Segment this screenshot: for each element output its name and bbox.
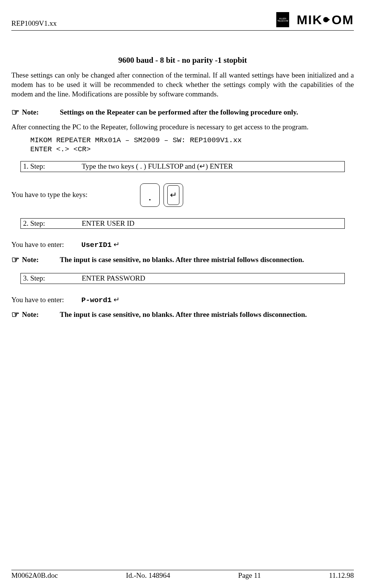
step-1-box: 1. Step: Type the two keys ( . ) FULLSTO… — [20, 161, 345, 172]
pointing-hand-icon: ☞ — [11, 310, 20, 319]
enter-label-1: You have to enter: — [11, 240, 81, 250]
enter-key-icon: ↵ — [163, 183, 183, 207]
note-label-2: ☞ Note: — [11, 255, 60, 265]
step-1-label: 1. Step: — [23, 162, 82, 171]
mikom-logo: MIKOM — [297, 11, 354, 28]
logo-bullet-icon — [323, 17, 329, 22]
note-label: ☞ Note: — [11, 108, 60, 117]
allen-telecom-icon: ALLEN TELECOM — [276, 12, 289, 27]
after-connecting-text: After connecting the PC to the Repeater,… — [11, 123, 354, 132]
enter-password-row: You have to enter: P-word1 ↵ — [11, 295, 354, 305]
enter-label-2: You have to enter: — [11, 295, 81, 305]
type-keys-text: You have to type the keys: — [11, 190, 140, 200]
note-label-3: ☞ Note: — [11, 310, 60, 320]
footer-id: Id.-No. 148964 — [126, 571, 170, 580]
keys-container: . ↵ — [140, 183, 183, 207]
serial-settings-title: 9600 baud - 8 bit - no parity -1 stopbit — [11, 55, 354, 65]
step-3-box: 3. Step: ENTER PASSWORD — [20, 273, 345, 284]
doc-ref: REP1009V1.xx — [11, 11, 57, 28]
step-3-label: 3. Step: — [23, 274, 82, 283]
enter-userid-row: You have to enter: UserID1 ↵ — [11, 240, 354, 250]
page-content: 9600 baud - 8 bit - no parity -1 stopbit… — [11, 34, 354, 320]
note-1-text: Settings on the Repeater can be performe… — [60, 108, 354, 117]
footer-page: Page 11 — [238, 571, 261, 580]
note-3-text: The input is case sensitive, no blanks. … — [60, 310, 354, 320]
step-2-box: 2. Step: ENTER USER ID — [20, 218, 345, 229]
pointing-hand-icon: ☞ — [11, 255, 20, 264]
intro-paragraph: These settings can only be changed after… — [11, 71, 354, 99]
page-header: REP1009V1.xx ALLEN TELECOM MIKOM — [11, 11, 354, 31]
note-3: ☞ Note: The input is case sensitive, no … — [11, 310, 354, 320]
step-2-label: 2. Step: — [23, 219, 82, 228]
step-1-text: Type the two keys ( . ) FULLSTOP and (↵)… — [82, 162, 342, 171]
pointing-hand-icon: ☞ — [11, 108, 20, 117]
note-2: ☞ Note: The input is case sensitive, no … — [11, 255, 354, 265]
note-1: ☞ Note: Settings on the Repeater can be … — [11, 108, 354, 117]
page-footer: M0062A0B.doc Id.-No. 148964 Page 11 11.1… — [11, 570, 354, 580]
footer-doc: M0062A0B.doc — [11, 571, 58, 580]
header-logos: ALLEN TELECOM MIKOM — [276, 11, 354, 28]
enter-userid-value: UserID1 ↵ — [81, 240, 120, 250]
footer-date: 11.12.98 — [329, 571, 354, 580]
period-key-icon: . — [140, 183, 160, 207]
type-keys-row: You have to type the keys: . ↵ — [11, 183, 354, 207]
step-2-text: ENTER USER ID — [82, 219, 342, 228]
note-2-text: The input is case sensitive, no blanks. … — [60, 255, 354, 265]
step-3-text: ENTER PASSWORD — [82, 274, 342, 283]
enter-password-value: P-word1 ↵ — [81, 295, 120, 305]
terminal-output: MIKOM REPEATER MRx01A – SM2009 – SW: REP… — [30, 136, 354, 154]
